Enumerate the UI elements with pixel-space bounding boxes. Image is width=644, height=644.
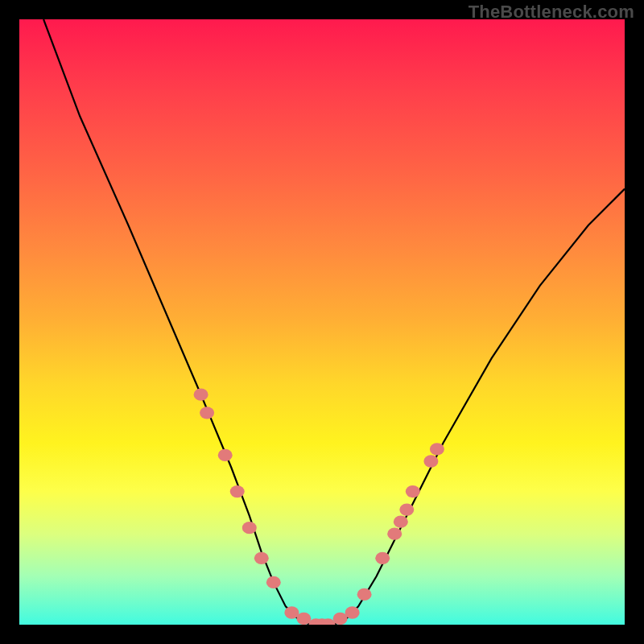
marker-dot — [375, 552, 390, 564]
marker-dot — [254, 552, 269, 564]
marker-dot — [387, 528, 402, 540]
bottleneck-curve-path — [43, 19, 625, 625]
marker-dot — [399, 503, 414, 515]
marker-dot — [284, 606, 299, 618]
chart-plot-area — [19, 19, 625, 625]
marker-dot — [394, 516, 408, 528]
chart-svg — [19, 19, 625, 625]
marker-dot — [423, 455, 438, 467]
marker-dot — [333, 613, 348, 625]
marker-dot — [242, 522, 257, 534]
chart-frame: TheBottleneck.com — [0, 0, 644, 644]
marker-dot — [194, 389, 208, 401]
marker-dot — [406, 485, 420, 497]
marker-dot — [230, 485, 245, 497]
marker-dot — [266, 576, 281, 588]
marker-dot — [357, 588, 372, 601]
marker-dot — [345, 606, 360, 618]
marker-dot — [200, 407, 214, 419]
marker-dot — [218, 449, 233, 461]
marker-dot — [296, 613, 311, 625]
watermark-text: TheBottleneck.com — [469, 2, 634, 23]
marker-dot — [430, 443, 444, 455]
marker-group — [194, 389, 444, 625]
